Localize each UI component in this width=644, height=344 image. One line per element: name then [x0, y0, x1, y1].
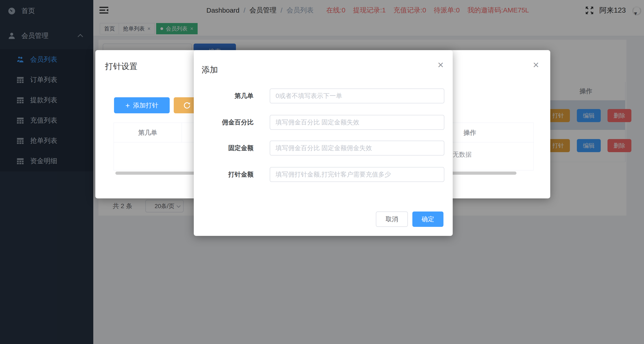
app-root: 首页 会员管理 会员列表 订单列表 [0, 0, 644, 344]
refresh-icon [183, 102, 191, 109]
plus-icon: + [126, 102, 130, 109]
add-dialog-title: 添加 [202, 64, 218, 75]
commission-percent-field[interactable] [270, 115, 444, 130]
confirm-button[interactable]: 确定 [412, 212, 444, 227]
settings-dialog-title: 打针设置 [105, 61, 138, 72]
add-dialog-close-icon[interactable]: × [438, 60, 444, 70]
add-inject-button[interactable]: + 添加打针 [114, 97, 170, 113]
settings-table-col-border [182, 123, 182, 142]
field-label: 固定金额 [198, 141, 254, 155]
form-row: 佣金百分比 [194, 115, 453, 130]
form-row: 第几单 [194, 88, 453, 103]
add-dialog: 添加 × 第几单 佣金百分比 固定金额 打针金额 取消 确定 [194, 50, 453, 236]
form-row: 固定金额 [194, 141, 453, 155]
settings-dialog-close-icon[interactable]: × [533, 60, 539, 70]
settings-table-header-cell: 第几单 [114, 123, 182, 142]
cancel-button-label: 取消 [386, 215, 398, 224]
cancel-button[interactable]: 取消 [376, 212, 408, 227]
add-inject-button-label: 添加打针 [133, 101, 158, 110]
confirm-button-label: 确定 [422, 215, 434, 224]
field-label: 第几单 [198, 88, 254, 103]
fixed-amount-field[interactable] [270, 141, 444, 155]
field-label: 佣金百分比 [198, 115, 254, 130]
order-number-field[interactable] [270, 88, 444, 103]
form-row: 打针金额 [194, 167, 453, 182]
field-label: 打针金额 [198, 167, 254, 182]
inject-amount-field[interactable] [270, 167, 444, 182]
